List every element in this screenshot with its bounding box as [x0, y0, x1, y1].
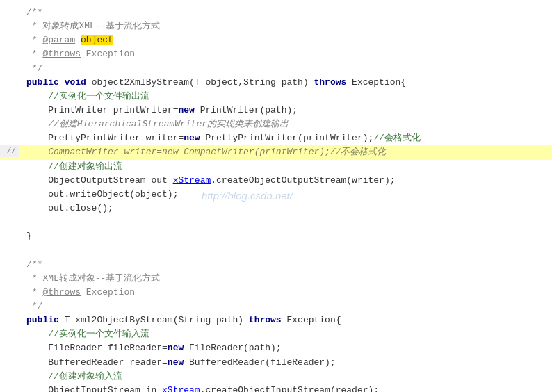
code-line [0, 215, 552, 229]
line-content: out.writeObject(object); [19, 188, 552, 202]
line-content: } [19, 229, 552, 243]
code-line: //实例化一个文件输出流 [0, 90, 552, 104]
line-content [19, 243, 552, 257]
code-line: * @param object [0, 33, 552, 47]
code-line: public T xml2ObjectByStream(String path)… [0, 313, 552, 327]
code-line: //创建对象输出流 [0, 160, 552, 174]
line-content: /** [19, 258, 552, 272]
code-line: } [0, 229, 552, 243]
code-line: */ [0, 62, 552, 76]
code-editor: http://blog.csdn.net/ /** * 对象转成XML--基于流… [0, 0, 552, 392]
line-content: ObjectOutputStream out=xStream.createObj… [19, 174, 552, 188]
line-content [19, 215, 552, 229]
line-content: PrintWriter printWriter=new PrintWriter(… [19, 104, 552, 117]
line-content: ObjectInputStream in=xStream.createObjec… [19, 384, 552, 392]
line-content: * XML转成对象--基于流化方式 [19, 272, 552, 286]
line-content: /** [19, 6, 552, 19]
line-content: out.close(); [19, 202, 552, 215]
line-content: //创建对象输出流 [19, 160, 552, 174]
line-content: BufferedReader reader=new BufferedReader… [19, 356, 552, 370]
code-line: * XML转成对象--基于流化方式 [0, 272, 552, 286]
line-content: //创建HierarchicalStreamWriter的实现类来创建输出 [19, 117, 552, 131]
code-line: PrettyPrintWriter writer=new PrettyPrint… [0, 131, 552, 145]
code-line: FileReader fileReader=new FileReader(pat… [0, 341, 552, 355]
line-content: * @throws Exception [19, 47, 552, 61]
line-content: * @throws Exception [19, 286, 552, 300]
line-content: * 对象转成XML--基于流化方式 [19, 19, 552, 33]
code-line: public void object2XmlByStream(T object,… [0, 76, 552, 90]
code-line: out.close(); [0, 202, 552, 215]
code-line: * @throws Exception [0, 47, 552, 61]
line-content: * @param object [19, 33, 552, 47]
code-line: ObjectOutputStream out=xStream.createObj… [0, 174, 552, 188]
code-line: //创建HierarchicalStreamWriter的实现类来创建输出 [0, 117, 552, 131]
code-line: PrintWriter printWriter=new PrintWriter(… [0, 104, 552, 117]
code-line: * @throws Exception [0, 286, 552, 300]
line-content: //创建对象输入流 [19, 370, 552, 384]
code-line: /** [0, 258, 552, 272]
line-content: //实例化一个文件输入流 [19, 327, 552, 341]
line-content: public T xml2ObjectByStream(String path)… [19, 313, 552, 327]
line-content: */ [19, 62, 552, 76]
line-gutter: // [0, 145, 19, 157]
line-content: */ [19, 300, 552, 313]
code-line: * 对象转成XML--基于流化方式 [0, 19, 552, 33]
code-line: /** [0, 6, 552, 19]
code-line: ObjectInputStream in=xStream.createObjec… [0, 384, 552, 392]
code-line: out.writeObject(object); [0, 188, 552, 202]
line-content: PrettyPrintWriter writer=new PrettyPrint… [19, 131, 552, 145]
code-line [0, 243, 552, 257]
line-content: //实例化一个文件输出流 [19, 90, 552, 104]
line-content: public void object2XmlByStream(T object,… [19, 76, 552, 90]
code-line: */ [0, 300, 552, 313]
code-line: //实例化一个文件输入流 [0, 327, 552, 341]
code-line: // CompactWriter writer=new CompactWrite… [0, 145, 552, 159]
code-line: BufferedReader reader=new BufferedReader… [0, 356, 552, 370]
line-content: CompactWriter writer=new CompactWriter(p… [19, 145, 552, 159]
line-content: FileReader fileReader=new FileReader(pat… [19, 341, 552, 355]
code-line: //创建对象输入流 [0, 370, 552, 384]
